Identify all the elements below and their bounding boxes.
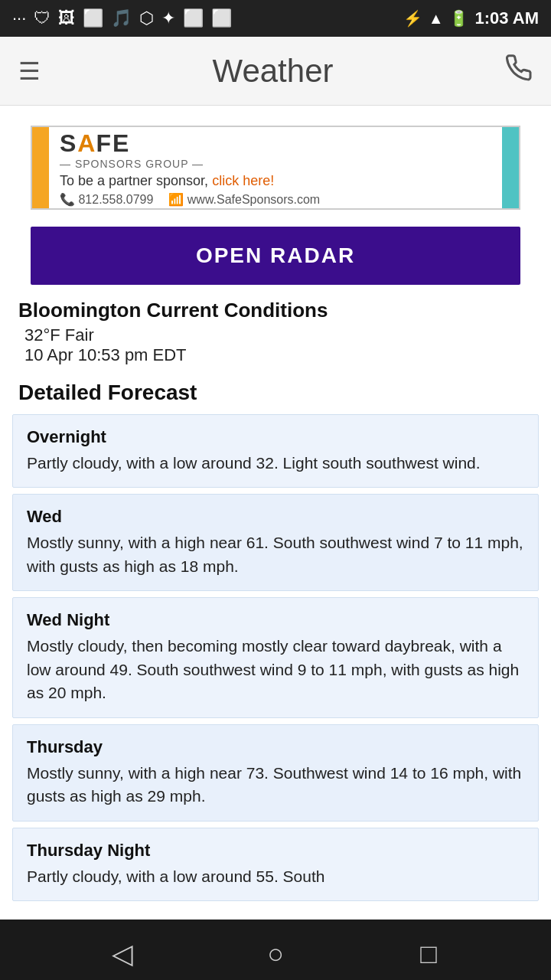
forecast-list: Overnight Partly cloudy, with a low arou… [12,414,539,907]
box1-icon: ⬜ [183,8,204,28]
nav-icon: ✦ [161,8,175,28]
box2-icon: ⬜ [211,8,232,28]
music-icon: 🎵 [111,8,132,28]
status-bar: ··· 🛡 🖼 ⬜ 🎵 ⬡ ✦ ⬜ ⬜ ⚡ ▲ 🔋 1:03 AM [0,0,551,37]
forecast-item: Wed Night Mostly cloudy, then becoming m… [12,597,539,717]
current-datetime: 10 Apr 10:53 pm EDT [24,345,533,365]
notification-icon: ··· [12,8,26,28]
detailed-forecast-title: Detailed Forecast [12,374,539,414]
forecast-description: Partly cloudy, with a low around 55. Sou… [27,865,524,888]
forecast-period: Thursday [27,737,524,757]
forecast-description: Mostly sunny, with a high near 61. South… [27,531,524,578]
ad-banner[interactable]: SAFE — SPONSORS GROUP — To be a partner … [31,126,520,210]
ad-phone: 📞 812.558.0799 [60,192,153,207]
recents-button[interactable]: □ [406,931,452,977]
forecast-period: Wed [27,507,524,527]
shield-icon: 🛡 [34,8,51,28]
battery-icon: 🔋 [449,9,468,28]
ad-title: SAFE — SPONSORS GROUP — [60,129,491,170]
current-conditions: Bloomington Current Conditions 32°F Fair… [12,294,539,370]
menu-icon[interactable]: ☰ [18,57,41,86]
current-conditions-title: Bloomington Current Conditions [18,299,533,322]
forecast-period: Overnight [27,427,524,447]
ad-website: 📶 www.SafeSponsors.com [168,192,320,207]
forecast-item: Wed Mostly sunny, with a high near 61. S… [12,494,539,591]
status-bar-left: ··· 🛡 🖼 ⬜ 🎵 ⬡ ✦ ⬜ ⬜ [12,8,232,28]
forecast-item: Thursday Night Partly cloudy, with a low… [12,828,539,901]
bluetooth-icon: ⚡ [403,9,422,28]
image-icon: 🖼 [58,8,75,28]
ad-subtitle: — SPONSORS GROUP — [60,158,491,170]
amazon-icon: ⬡ [139,8,154,28]
ad-left-accent [32,126,49,210]
phone-icon[interactable] [505,54,533,88]
ad-contact: 📞 812.558.0799 📶 www.SafeSponsors.com [60,192,491,207]
back-button[interactable]: ◁ [99,931,145,977]
content-area: SAFE — SPONSORS GROUP — To be a partner … [0,106,551,920]
forecast-item: Overnight Partly cloudy, with a low arou… [12,414,539,488]
ad-content: SAFE — SPONSORS GROUP — To be a partner … [49,126,502,210]
app-bar: ☰ Weather [0,37,551,106]
ad-link[interactable]: click here! [212,173,274,188]
forecast-description: Partly cloudy, with a low around 32. Lig… [27,452,524,475]
forecast-description: Mostly cloudy, then becoming mostly clea… [27,635,524,704]
forecast-period: Thursday Night [27,841,524,861]
square-icon: ⬜ [83,8,103,28]
ad-right-accent [502,126,519,210]
forecast-period: Wed Night [27,610,524,630]
bottom-nav: ◁ ○ □ [0,920,551,980]
wifi-icon: ▲ [429,10,444,28]
forecast-item: Thursday Mostly sunny, with a high near … [12,724,539,822]
status-bar-right: ⚡ ▲ 🔋 1:03 AM [403,8,539,28]
forecast-description: Mostly sunny, with a high near 73. South… [27,762,524,808]
app-bar-title: Weather [213,53,334,90]
open-radar-button[interactable]: OPEN RADAR [31,227,520,285]
ad-tagline: To be a partner sponsor, click here! [60,173,491,189]
current-temp: 32°F Fair [24,325,533,345]
status-time: 1:03 AM [474,8,539,28]
home-button[interactable]: ○ [253,931,298,977]
